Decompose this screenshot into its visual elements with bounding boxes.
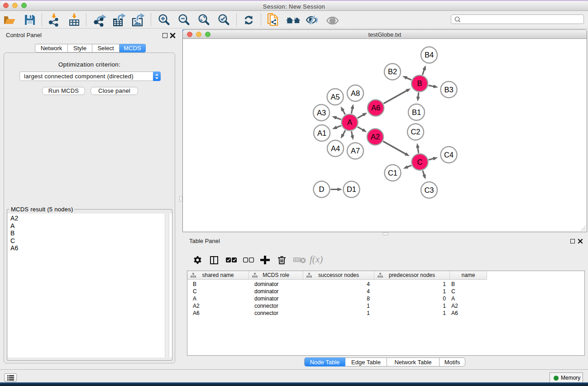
svg-text:D: D <box>319 185 325 193</box>
svg-text:B2: B2 <box>388 67 397 76</box>
svg-text:C3: C3 <box>424 186 434 194</box>
svg-text:A8: A8 <box>351 89 360 97</box>
svg-text:A7: A7 <box>351 147 360 155</box>
svg-text:A: A <box>347 118 352 126</box>
svg-text:B4: B4 <box>425 51 434 59</box>
svg-text:A4: A4 <box>331 144 340 152</box>
svg-text:C: C <box>417 158 423 166</box>
svg-text:C4: C4 <box>444 151 454 159</box>
svg-text:A6: A6 <box>371 104 380 112</box>
svg-text:A5: A5 <box>330 93 339 101</box>
svg-text:D1: D1 <box>347 185 356 193</box>
svg-text:A1: A1 <box>317 129 326 137</box>
svg-text:A2: A2 <box>371 133 380 141</box>
svg-text:C1: C1 <box>388 169 397 177</box>
svg-text:A3: A3 <box>317 109 326 117</box>
svg-text:B: B <box>417 79 422 87</box>
svg-text:B1: B1 <box>412 108 421 116</box>
svg-text:C2: C2 <box>411 128 420 136</box>
svg-text:B3: B3 <box>444 86 453 94</box>
